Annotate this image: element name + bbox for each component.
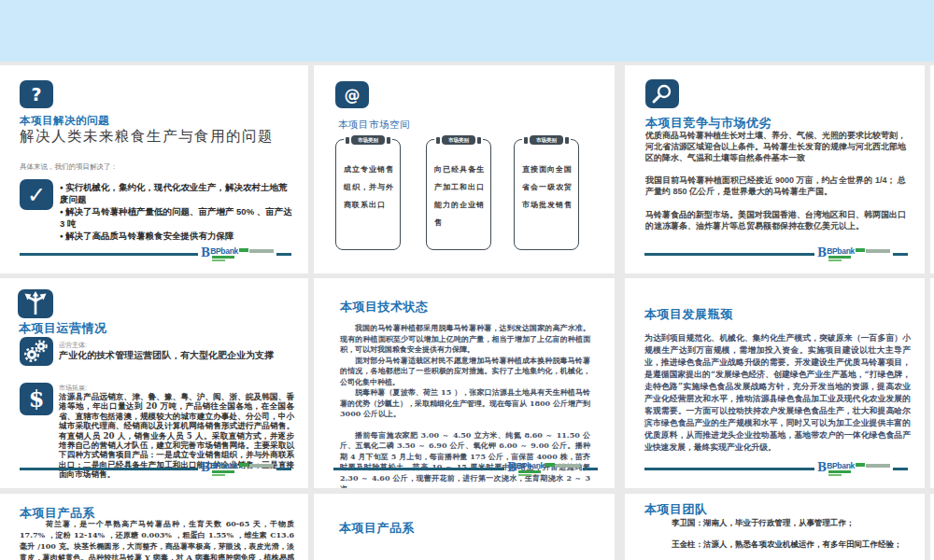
paragraph: 我国目前马铃薯种植面积已经接近 9000 万亩，约占全世界的 1/4； 总产量约… — [645, 175, 906, 198]
logo-tagline-bar2 — [518, 474, 531, 476]
badge-tab — [565, 137, 569, 144]
logo-mark: B — [201, 462, 210, 473]
team-member: 王金柱：沽源人，熟悉各项农业机械运作，有多年田间工作经验； — [672, 539, 905, 551]
team-member: 李卫国：湖南人，毕业于行政管理，从事管理工作； — [672, 518, 905, 529]
check-glyph: ✓ — [27, 182, 46, 208]
slide-heading: 本项目市场空间 — [338, 119, 410, 132]
logo-tagline-bar2 — [828, 259, 842, 261]
footer-rule-end — [276, 253, 291, 256]
card-badge: 市场类别 — [522, 135, 571, 145]
branch-arrows-icon — [18, 289, 53, 318]
badge-label: 市场类别 — [351, 135, 385, 145]
slide-heading: 本项目解决的问题 — [20, 114, 109, 128]
bpbank-logo: B BPbank — [817, 462, 890, 476]
question-glyph: ? — [31, 84, 41, 105]
check-icon: ✓ — [20, 179, 53, 210]
logo-text: BPbank — [210, 247, 238, 256]
slide-heading: 本项目技术状态 — [340, 299, 429, 315]
paragraph: 面对部分马铃薯适栽区村民不愿意增加马铃薯种植成本换种脱毒马铃薯的情况，各地都想出… — [340, 356, 590, 388]
operations-owner-text: 产业化的技术管理运营团队，有大型化肥企业为支撑 — [59, 349, 296, 362]
market-card: 市场类别 成立专业销售组织，并与外商联系出口 — [335, 139, 401, 250]
bullet-item: 实行机械化，集约化，现代化农业生产，解决农村土地荒废问题 — [60, 181, 295, 205]
badge-label: 市场类别 — [530, 135, 563, 145]
logo-tagline-bar — [212, 470, 234, 473]
bullet-item: 解决了马铃薯种植产量低的问题、亩产增产 50% 、亩产达 3 吨 — [60, 205, 295, 230]
badge-tab — [387, 137, 390, 144]
slide-heading: 本项目团队 — [644, 501, 708, 518]
paragraph: 我国的马铃薯种植都采用脱毒马铃薯种薯，达到发达国家的高产水准。现有的种植面积至少… — [340, 323, 590, 356]
slide-heading: 本项目运营情况 — [19, 320, 107, 337]
logo-green-accent — [545, 463, 555, 467]
slide-footer: B BPbank — [20, 461, 291, 476]
paragraph: 优质商品马铃薯种植生长对土壤、养分、气候、光照的要求比较苛刻，河北省沽源区域迎合… — [645, 131, 906, 163]
partial-slide-right[interactable] — [930, 278, 934, 488]
card-badge: 市场类别 — [344, 135, 392, 145]
slide-thumbnail-product-line-2[interactable]: 本项目产品系 — [314, 494, 615, 560]
logo-mark: B — [201, 247, 210, 259]
magnifier-icon — [645, 79, 679, 108]
paragraph: 脱毒种薯（夏波蒂、荷兰 15 ），张家口沽源县土地具有天生种植马铃薯的优势（沙瓤… — [340, 387, 590, 420]
logo-mark: B — [817, 247, 827, 259]
paragraph: 马铃薯食品的新型市场。美国对我国香港、台湾地区和日、韩两国出口的速冻薯条、油炸薯… — [645, 210, 906, 232]
slide-title: 解决人类未来粮食生产与食用的问题 — [20, 127, 274, 147]
badge-tab — [436, 137, 440, 144]
logo-green-accent — [856, 463, 865, 467]
slide-thumbnail-problem[interactable]: ? 本项目解决的问题 解决人类未来粮食生产与食用的问题 具体来说，我们的项目解决… — [0, 65, 308, 273]
slide-thumbnail-bottleneck[interactable]: 本项目发展瓶颈 为达到项目规范化、机械化、集约化生产模式，突破原来（一百多亩）小… — [625, 278, 925, 488]
logo-text: BPbank — [827, 247, 855, 256]
market-card: 市场类别 直接面向全国省会一级农贸市场批发销售 — [514, 139, 579, 250]
logo-fineprint-bar — [556, 464, 580, 468]
footer-rule — [644, 253, 814, 256]
card-badge: 市场类别 — [434, 135, 483, 145]
gears-icon — [20, 337, 53, 366]
slide-body: 优质商品马铃薯种植生长对土壤、养分、气候、光照的要求比较苛刻，河北省沽源区域迎合… — [645, 131, 906, 245]
logo-tagline-bar — [212, 256, 234, 259]
bpbank-logo: B BPbank — [817, 247, 890, 261]
footer-rule-end — [893, 468, 908, 470]
footer-rule — [644, 468, 814, 470]
badge-label: 市场类别 — [442, 135, 475, 145]
card-text: 直接面向全国省会一级农贸市场批发销售 — [522, 161, 574, 214]
logo-mark: B — [507, 462, 517, 473]
badge-tab — [346, 137, 349, 144]
slide-thumbnail-technical-status[interactable]: 本项目技术状态 我国的马铃薯种植都采用脱毒马铃薯种薯，达到发达国家的高产水准。现… — [314, 278, 615, 488]
logo-tagline-bar2 — [212, 259, 225, 261]
badge-tab — [524, 137, 528, 144]
partial-slide-top[interactable] — [0, 0, 934, 62]
slide-footer: B BPbank — [333, 461, 598, 476]
footer-rule-end — [276, 468, 291, 470]
paragraph: 播前每亩施农家肥 3.00 ～ 4.50 立方米、纯氮 8.60 ～ 11.50… — [340, 430, 590, 489]
at-icon: @ — [335, 81, 369, 108]
logo-fineprint-bar — [866, 249, 890, 253]
logo-fineprint-bar — [866, 464, 890, 468]
slide-thumbnail-operations[interactable]: 本项目运营情况 运营主体: 产业化的技术管理运营团队，有大型化肥企业为支撑 $ … — [0, 278, 308, 488]
logo-tagline-bar2 — [212, 474, 225, 476]
slide-thumbnail-team[interactable]: 本项目团队 李卫国：湖南人，毕业于行政管理，从事管理工作； 王金柱：沽源人，熟悉… — [625, 494, 925, 560]
slide-footer: B BPbank — [20, 246, 291, 261]
footer-rule — [20, 468, 198, 470]
logo-tagline-bar2 — [828, 474, 842, 476]
footer-rule — [20, 253, 198, 256]
logo-tagline-bar — [518, 470, 541, 473]
intro-text: 具体来说，我们的项目解决了： — [20, 162, 118, 172]
logo-text: BPbank — [827, 462, 855, 470]
logo-green-accent — [239, 463, 248, 467]
slide-heading: 本项目发展瓶颈 — [644, 306, 733, 323]
card-text: 成立专业销售组织，并与外商联系出口 — [344, 161, 396, 214]
slide-thumbnail-product-line[interactable]: 本项目产品系 荷兰薯，是一个早熟高产马铃薯品种，生育天数 60-65 天，干物质… — [0, 494, 308, 560]
footer-rule — [333, 468, 504, 470]
logo-tagline-bar — [828, 470, 851, 473]
question-icon: ? — [20, 80, 53, 108]
logo-green-accent — [239, 248, 248, 252]
slide-thumbnail-competition[interactable]: 本项目竞争与市场优劣 优质商品马铃薯种植生长对土壤、养分、气候、光照的要求比较苛… — [625, 65, 925, 273]
logo-mark: B — [817, 462, 827, 473]
logo-text: BPbank — [517, 462, 545, 470]
slide-footer: B BPbank — [644, 246, 908, 261]
bullet-list: 实行机械化，集约化，现代化农业生产，解决农村土地荒废问题 解决了马铃薯种植产量低… — [60, 181, 295, 242]
slide-sorter-view: ? 本项目解决的问题 解决人类未来粮食生产与食用的问题 具体来说，我们的项目解决… — [0, 0, 934, 560]
badge-tab — [477, 137, 481, 144]
partial-slide-right[interactable] — [930, 65, 934, 273]
partial-slide-right[interactable] — [930, 494, 934, 560]
slide-thumbnail-market-space[interactable]: @ 本项目市场空间 市场类别 成立专业销售组织，并与外商联系出口 市场类别 向已… — [314, 65, 615, 273]
bpbank-logo: B BPbank — [507, 462, 580, 476]
